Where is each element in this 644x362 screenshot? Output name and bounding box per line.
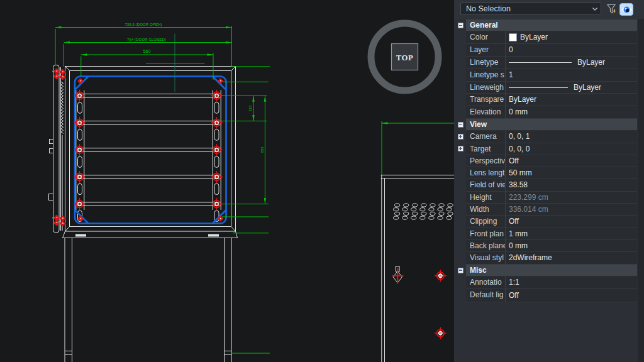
property-row-linetype[interactable]: Linetype ByLayer bbox=[466, 57, 637, 69]
door-frame-blue[interactable] bbox=[75, 77, 226, 224]
property-row-front-plane[interactable]: Front plan 1 mm bbox=[466, 228, 637, 240]
eye-icon bbox=[621, 6, 632, 14]
property-row-target[interactable]: Target 0, 0, 0 bbox=[466, 143, 637, 155]
dim-door-closed: 764 (DOOR CLOSED) bbox=[127, 37, 166, 41]
properties-toolbar: No Selection bbox=[454, 0, 644, 19]
filter-funnel-icon bbox=[606, 4, 618, 14]
property-row-lens-length[interactable]: Lens lengt 50 mm bbox=[466, 167, 637, 179]
front-view-cabinet[interactable] bbox=[49, 65, 238, 362]
cabinet-door-open[interactable] bbox=[49, 65, 64, 233]
linetype-preview bbox=[509, 62, 572, 63]
section-header-view[interactable]: View bbox=[466, 119, 637, 131]
cad-application-window: 739.5 (DOOR OPEN) 764 (DOOR CLOSED) 560 … bbox=[0, 0, 644, 362]
property-row-clipping[interactable]: Clipping Off bbox=[466, 216, 637, 228]
section-misc: Misc Annotatio 1:1 Default lig Off bbox=[454, 265, 644, 302]
quick-properties-toggle[interactable] bbox=[619, 3, 633, 16]
properties-panel: No Selection General bbox=[454, 0, 644, 362]
dimension-labels: 739.5 (DOOR OPEN) 764 (DOOR CLOSED) 560 … bbox=[125, 22, 264, 153]
expand-icon[interactable] bbox=[458, 146, 464, 151]
selection-dropdown[interactable]: No Selection bbox=[460, 3, 601, 15]
selection-dropdown-value: No Selection bbox=[461, 4, 589, 13]
section-header-misc[interactable]: Misc bbox=[466, 265, 637, 277]
selection-filter-button[interactable] bbox=[605, 3, 619, 16]
door-handle-symbol bbox=[392, 266, 404, 284]
color-swatch[interactable] bbox=[509, 33, 517, 41]
dim-door-open: 739.5 (DOOR OPEN) bbox=[125, 22, 162, 26]
property-row-layer[interactable]: Layer 0 bbox=[466, 44, 637, 57]
property-row-default-lighting[interactable]: Default lig Off bbox=[466, 289, 637, 302]
dim-rail-pitch: 116 bbox=[248, 105, 252, 111]
properties-grid: General Color ByLayer Layer 0 Linetype B… bbox=[454, 19, 644, 302]
property-row-perspective[interactable]: Perspectiv Off bbox=[466, 155, 637, 167]
model-space-viewport[interactable]: 739.5 (DOOR OPEN) 764 (DOOR CLOSED) 560 … bbox=[0, 0, 455, 362]
mounting-slots bbox=[78, 102, 219, 222]
vent-slots bbox=[394, 204, 453, 219]
property-row-annotation-scale[interactable]: Annotatio 1:1 bbox=[466, 277, 637, 289]
property-row-camera[interactable]: Camera 0, 0, 1 bbox=[466, 131, 637, 143]
dim-front-width: 560 bbox=[143, 48, 151, 54]
section-view: View Camera 0, 0, 1 Target 0, 0, 0 Persp… bbox=[454, 119, 644, 264]
property-row-width[interactable]: Width 336.014 cm bbox=[466, 204, 637, 216]
dimensions[interactable] bbox=[55, 26, 455, 354]
collapse-icon[interactable] bbox=[458, 122, 464, 128]
property-row-transparency[interactable]: Transpare ByLayer bbox=[466, 94, 637, 106]
view-navigation-widget[interactable]: TOP bbox=[371, 23, 438, 90]
side-view-cabinet[interactable] bbox=[381, 175, 455, 362]
property-row-back-plane[interactable]: Back plane 0 mm bbox=[466, 240, 637, 252]
dim-rail-span: 656 bbox=[260, 146, 264, 153]
cabinet-outer-frame[interactable] bbox=[65, 67, 236, 232]
property-row-lineweight[interactable]: Lineweigh ByLayer bbox=[466, 82, 637, 94]
chevron-down-icon bbox=[589, 6, 601, 13]
property-row-linetype-scale[interactable]: Linetype s 1 bbox=[466, 69, 637, 82]
property-row-elevation[interactable]: Elevation 0 mm bbox=[466, 106, 637, 119]
rack-rails[interactable] bbox=[76, 94, 221, 206]
expand-icon[interactable] bbox=[458, 134, 464, 140]
collapse-icon[interactable] bbox=[458, 23, 464, 28]
stand-legs[interactable] bbox=[65, 238, 231, 362]
top-view-label: TOP bbox=[396, 53, 414, 62]
section-header-general[interactable]: General bbox=[466, 19, 637, 31]
property-row-visual-style[interactable]: Visual styl 2dWireframe bbox=[466, 252, 637, 264]
lineweight-preview bbox=[509, 87, 568, 88]
property-row-color[interactable]: Color ByLayer bbox=[466, 31, 637, 44]
property-row-height[interactable]: Height 223.299 cm bbox=[466, 192, 637, 204]
section-general: General Color ByLayer Layer 0 Linetype B… bbox=[454, 19, 644, 119]
collapse-icon[interactable] bbox=[458, 268, 464, 273]
property-row-field-of-view[interactable]: Field of vie 38.58 bbox=[466, 179, 637, 191]
panel-right-gutter bbox=[638, 19, 644, 362]
